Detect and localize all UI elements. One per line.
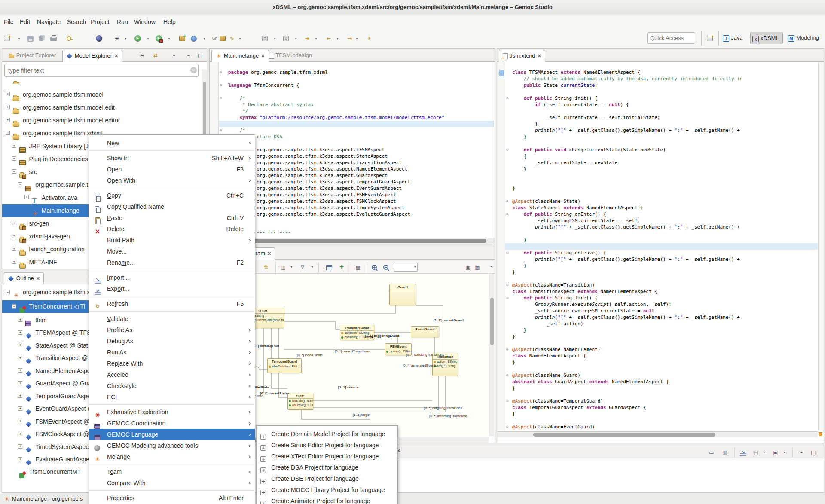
print-icon[interactable]	[50, 37, 57, 41]
fold-marker-icon[interactable]: ⊖	[506, 398, 508, 404]
perspective-java-button[interactable]: JJava	[721, 32, 746, 44]
chevron[interactable]: ▾	[355, 35, 359, 42]
minimize-icon[interactable]: –	[185, 52, 192, 59]
add-icon[interactable]: +	[260, 501, 266, 504]
package-icon[interactable]	[220, 36, 226, 41]
menu-item-gemoc-modeling-advanced-tools[interactable]: GEMOC Modeling advanced tools›	[89, 440, 255, 451]
modtools-icon[interactable]	[94, 445, 100, 451]
forward-icon[interactable]: →	[346, 35, 353, 42]
new-dropdown-chevron[interactable]: ▾	[17, 35, 21, 42]
zoom-level-combo[interactable]: ▾	[394, 263, 418, 272]
expander-icon[interactable]: +	[6, 118, 10, 122]
submenu-item-create-animator-project-for-language[interactable]: +Create Animator Project for language	[257, 495, 397, 504]
diagram-class-evaluateguard[interactable]: EvaluateGuardcondition : EStringevaluate…	[340, 325, 374, 340]
filters-chevron[interactable]: ▾	[310, 264, 314, 271]
menu-item-acceleo[interactable]: Acceleo›	[89, 369, 255, 380]
fold-marker-icon[interactable]: ⊖	[506, 424, 508, 430]
diagram-class-eventguard[interactable]: EventGuard	[411, 326, 439, 337]
chevron[interactable]: ▾	[124, 35, 128, 42]
menu-item-gemoc-language[interactable]: GEMOC Language›	[89, 429, 255, 440]
add-icon[interactable]: +	[260, 479, 266, 484]
expander-icon[interactable]: +	[18, 318, 22, 322]
add-icon[interactable]: +	[260, 490, 266, 495]
chevron[interactable]: ▾	[273, 35, 277, 42]
expander-icon[interactable]: +	[12, 156, 16, 161]
menu-item-open-with[interactable]: Open With›	[89, 175, 255, 186]
close-icon[interactable]: ✕	[114, 53, 118, 58]
menu-item-replace-with[interactable]: Replace With›	[89, 358, 255, 369]
open-perspective-icon[interactable]	[707, 34, 713, 42]
menu-project[interactable]: Project	[88, 15, 112, 28]
chevron[interactable]: ▾	[762, 449, 766, 456]
menu-item-paste[interactable]: PasteCtrl+V	[89, 212, 255, 223]
expander-icon[interactable]: +	[12, 234, 16, 238]
chevron[interactable]: ▾	[782, 449, 786, 456]
collapse-all-icon[interactable]: ⊟	[139, 52, 146, 59]
run-external-icon[interactable]: ▶	[156, 35, 162, 42]
expander-icon[interactable]: −	[12, 304, 16, 309]
menu-item-compare-with[interactable]: Compare With›	[89, 477, 255, 489]
export-diagram-icon[interactable]	[326, 265, 332, 270]
chevron[interactable]: ▾	[238, 35, 242, 42]
diagram-class-temporalguard[interactable]: TemporalGuardafterDuration : EInt = 0	[267, 358, 302, 373]
fold-marker-icon[interactable]: ⊖	[506, 198, 508, 205]
expander-icon[interactable]: +	[18, 432, 22, 436]
display-selected-icon[interactable]: ▤	[752, 449, 759, 456]
imp-icon[interactable]: ↘	[94, 277, 101, 284]
diagram-vscrollbar[interactable]	[489, 274, 494, 436]
menu-item-new[interactable]: New›	[89, 137, 255, 149]
tab-main-melange[interactable]: ✳ Main.melange✕	[211, 50, 269, 62]
new-plugin-project-icon[interactable]	[191, 36, 197, 42]
tab-project-explorer[interactable]: Project Explorer	[5, 50, 59, 62]
menu-item-validate[interactable]: Validate	[89, 313, 255, 324]
layers-icon[interactable]: ◫	[280, 264, 287, 271]
close-icon[interactable]: ✕	[261, 53, 265, 58]
display-console-icon[interactable]: ▥	[721, 449, 728, 456]
menu-item-debug-as[interactable]: Debug As›	[89, 336, 255, 347]
tree-row[interactable]: +org.gemoc.sample.tfsm.model.editor	[2, 114, 207, 127]
exp-icon[interactable]: ↗	[94, 288, 101, 295]
menu-search[interactable]: Search	[64, 15, 89, 28]
menu-item-melange[interactable]: ✳Melange›	[89, 451, 255, 462]
menu-item-refresh[interactable]: ↻RefreshF5	[89, 298, 255, 309]
save-all-icon[interactable]	[39, 36, 43, 41]
exh-icon[interactable]: ◉	[94, 411, 101, 418]
submenu-item-create-dse-project-for-language[interactable]: +Create DSE Project for language	[257, 473, 397, 484]
fold-marker-icon[interactable]: ⊖	[506, 211, 508, 217]
new-java-project-icon[interactable]	[179, 36, 185, 41]
fold-marker-icon[interactable]: ⊖	[506, 295, 508, 301]
menu-item-properties[interactable]: PropertiesAlt+Enter	[89, 492, 255, 504]
fold-marker-icon[interactable]: ⊖	[220, 82, 222, 89]
expander-icon[interactable]: +	[12, 144, 16, 148]
chevron[interactable]: ▾	[294, 35, 298, 42]
filter-input[interactable]	[4, 64, 199, 77]
grid-icon[interactable]: ▦	[474, 264, 481, 271]
menu-item-rename[interactable]: Rename...F2	[89, 257, 255, 268]
melange-code-area[interactable]: ⊖package org.gemoc.sample.tfsm.xdsml⊖lan…	[219, 69, 494, 233]
perspective-modeling-button[interactable]: MModeling	[786, 32, 822, 44]
next-annotation-icon[interactable]: ↓	[283, 36, 289, 41]
expander-icon[interactable]: +	[12, 247, 16, 251]
submenu-item-create-domain-model-project-for-language[interactable]: +Create Domain Model Project for languag…	[257, 428, 397, 440]
menu-help[interactable]: Help	[161, 15, 178, 28]
collapse-palette-icon[interactable]: ◂	[489, 263, 494, 270]
expander-icon[interactable]: +	[6, 92, 10, 96]
filters-icon[interactable]: ∇	[299, 264, 306, 271]
menu-item-profile-as[interactable]: Profile As›	[89, 324, 255, 336]
paste-icon[interactable]	[94, 217, 101, 224]
chevron[interactable]: ▾	[202, 35, 206, 42]
menu-item-copy[interactable]: CopyCtrl+C	[89, 190, 255, 201]
menu-item-open[interactable]: OpenF3	[89, 164, 255, 175]
expander-icon[interactable]: +	[18, 406, 22, 411]
menu-item-copy-qualified-name[interactable]: Copy Qualified Name	[89, 201, 255, 212]
tab-tfsm-odesign[interactable]: TFSM.odesign	[266, 50, 315, 62]
last-edit-location-icon[interactable]: ⇥	[304, 35, 311, 42]
chevron[interactable]: ▾	[336, 35, 339, 42]
refresh-icon[interactable]: ↻	[94, 303, 101, 310]
tab-model-explorer[interactable]: Model Explorer✕	[62, 50, 122, 62]
tree-row[interactable]: +org.gemoc.sample.tfsm.model.edit	[2, 101, 207, 114]
menu-item-team[interactable]: Team›	[89, 466, 255, 477]
menu-item-import[interactable]: ↘Import...	[89, 272, 255, 283]
maximize-icon[interactable]: □	[197, 52, 204, 59]
expander-icon[interactable]: +	[18, 330, 22, 335]
